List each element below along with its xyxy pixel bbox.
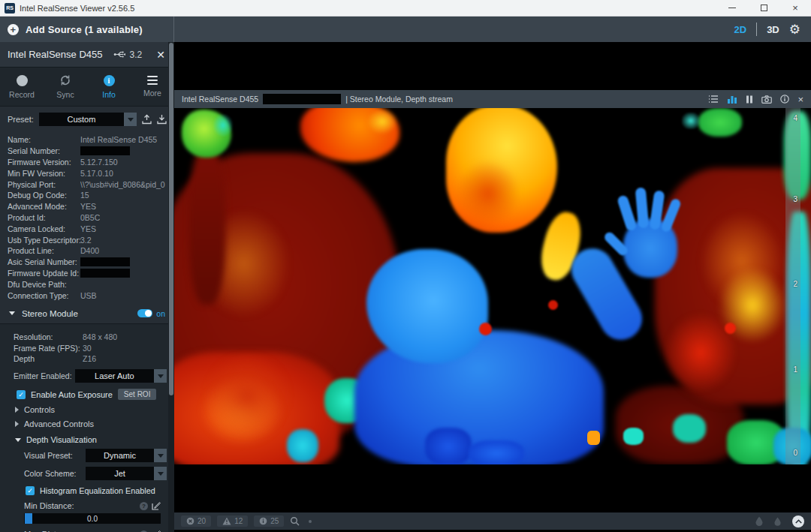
info-filter-button[interactable]: 25 <box>254 515 284 527</box>
panel-scrollbar[interactable] <box>168 42 174 532</box>
info-row: Firmware Version: 5.12.7.150 <box>8 157 174 168</box>
stream-label: | Stereo Module, Depth stream <box>345 95 453 104</box>
error-count: 20 <box>197 517 206 525</box>
info-row: Product Line: D400 <box>8 245 174 257</box>
depth-stream-viewport[interactable]: 4 3 2 1 0 <box>174 108 811 464</box>
color-scheme-dropdown[interactable]: Jet <box>86 467 167 480</box>
advanced-controls-section[interactable]: Advanced Controls <box>15 419 168 428</box>
min-distance-label: Min Distance: <box>24 501 74 510</box>
info-row-label: Product Line: <box>8 246 80 255</box>
chevron-down-icon[interactable] <box>154 449 167 462</box>
minimize-button[interactable] <box>716 0 748 16</box>
visual-preset-dropdown[interactable]: Dynamic <box>86 449 167 462</box>
preset-dropdown[interactable]: Custom <box>39 113 137 126</box>
depth-blob <box>682 113 700 129</box>
usb-icon <box>113 50 126 59</box>
histogram-icon[interactable] <box>727 95 737 104</box>
info-icon: i <box>104 75 115 86</box>
more-label: More <box>143 89 161 98</box>
chevron-down-icon[interactable] <box>154 369 167 383</box>
drop-indicator-icon[interactable] <box>774 517 781 526</box>
stream-info-icon[interactable] <box>780 95 789 104</box>
pause-icon[interactable] <box>746 95 753 104</box>
snapshot-camera-icon[interactable] <box>761 95 772 104</box>
metadata-list-icon[interactable] <box>708 95 719 104</box>
info-row-value: YES <box>80 202 96 211</box>
min-distance-slider[interactable]: 0.0 <box>24 513 161 524</box>
stream-device-name: Intel RealSense D455 <box>182 95 258 104</box>
depth-blob <box>698 108 742 137</box>
info-button[interactable]: i Info <box>87 68 131 106</box>
add-source-label: Add Source (1 available) <box>26 24 143 35</box>
info-row-value: 0B5C <box>80 213 100 222</box>
slider-handle[interactable] <box>25 513 32 524</box>
config-label: Resolution: <box>14 332 83 341</box>
chevron-down-icon[interactable] <box>124 113 137 126</box>
info-row-value: D400 <box>80 246 99 255</box>
errors-filter-button[interactable]: 20 <box>181 515 211 527</box>
expand-log-button[interactable] <box>792 515 804 527</box>
depth-blob <box>204 352 291 438</box>
download-preset-icon[interactable] <box>157 114 167 125</box>
stereo-module-toggle[interactable] <box>137 309 152 317</box>
preset-value: Custom <box>39 113 124 126</box>
depth-blob <box>287 429 318 462</box>
warnings-filter-button[interactable]: 12 <box>217 515 248 527</box>
depth-blob <box>189 147 225 305</box>
histogram-label: Histogram Equalization Enabled <box>40 486 155 495</box>
sync-button[interactable]: Sync <box>44 68 87 106</box>
top-toolbar: + Add Source (1 available) 2D 3D ⚙ <box>0 17 811 42</box>
info-row-value: \\?\usb#vid_8086&pid_0 <box>80 180 165 189</box>
depth-blob <box>479 323 492 335</box>
ruler-label: 3 <box>793 195 797 203</box>
info-row-value: 5.17.0.10 <box>80 169 113 178</box>
tab-3d[interactable]: 3D <box>767 24 779 35</box>
close-button[interactable]: × <box>779 0 811 16</box>
emitter-label: Emitter Enabled: <box>14 371 72 380</box>
maximize-button[interactable] <box>748 0 779 16</box>
add-source-button[interactable]: + Add Source (1 available) <box>0 17 174 42</box>
log-info-icon <box>259 517 267 525</box>
depth-blob <box>617 194 638 232</box>
set-roi-button[interactable]: Set ROI <box>118 389 157 400</box>
info-row-label: Connection Type: <box>8 291 80 300</box>
device-close-icon[interactable]: ✕ <box>156 50 165 60</box>
depth-visualization-title: Depth Visualization <box>26 435 97 444</box>
info-row: Debug Op Code: 15 <box>8 190 174 201</box>
info-row: Name: Intel RealSense D455 <box>8 134 174 146</box>
log-drag-dot[interactable] <box>309 520 312 523</box>
info-row: Serial Number: <box>8 146 174 157</box>
config-value: 848 x 480 <box>83 332 117 341</box>
upload-preset-icon[interactable] <box>142 114 152 125</box>
config-row: Resolution: 848 x 480 <box>14 332 168 343</box>
depth-blob <box>725 323 736 334</box>
info-row-label: Camera Locked: <box>8 224 80 233</box>
help-icon[interactable]: ? <box>140 502 148 510</box>
info-row: Dfu Device Path: <box>8 278 174 290</box>
chevron-up-icon <box>795 519 802 524</box>
record-button[interactable]: Record <box>0 68 44 106</box>
expand-caret-icon <box>15 407 19 413</box>
depth-blob <box>213 114 233 137</box>
edit-icon[interactable] <box>152 501 161 510</box>
depth-visualization-section[interactable]: Depth Visualization <box>15 435 168 444</box>
config-label: Depth <box>14 354 83 363</box>
tab-2d[interactable]: 2D <box>734 24 747 35</box>
info-row-label: Firmware Version: <box>8 158 80 167</box>
chevron-down-icon[interactable] <box>154 467 167 480</box>
more-icon <box>147 76 158 86</box>
controls-section[interactable]: Controls <box>15 405 168 414</box>
stream-close-icon[interactable]: × <box>797 95 803 104</box>
serial-redaction-box <box>263 94 341 104</box>
histogram-checkbox[interactable]: ✓ <box>26 486 35 495</box>
drop-indicator-icon[interactable] <box>755 516 763 526</box>
emitter-dropdown[interactable]: Laser Auto <box>75 369 167 383</box>
device-actions: Record Sync i Info More <box>0 68 174 107</box>
stereo-module-body: Resolution: 848 x 480 Frame Rate (FPS): … <box>0 323 174 532</box>
stereo-module-header[interactable]: Stereo Module on <box>0 302 174 323</box>
scrollbar-handle[interactable] <box>169 43 173 395</box>
depth-scale-ruler[interactable]: 4 3 2 1 0 <box>785 108 800 464</box>
settings-gear-icon[interactable]: ⚙ <box>789 23 800 36</box>
search-icon[interactable] <box>290 516 300 526</box>
auto-exposure-checkbox[interactable]: ✓ <box>17 390 26 399</box>
